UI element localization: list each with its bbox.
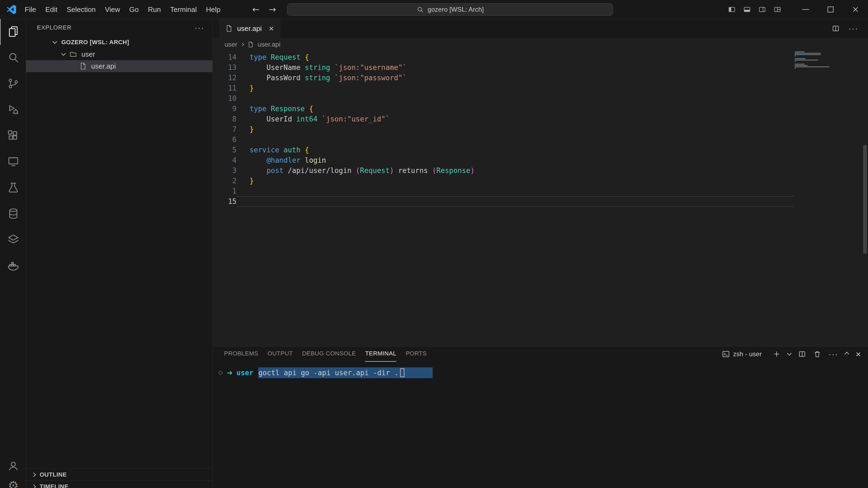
- new-terminal-icon[interactable]: [773, 350, 781, 358]
- menu-edit[interactable]: Edit: [41, 0, 62, 19]
- panel-tab-problems[interactable]: PROBLEMS: [224, 347, 258, 362]
- terminal-dropdown-icon[interactable]: [787, 351, 792, 356]
- breadcrumb[interactable]: user user.api: [213, 38, 868, 51]
- activity-item-database[interactable]: [0, 201, 26, 227]
- split-terminal-icon[interactable]: [798, 350, 806, 358]
- explorer-more-button[interactable]: ···: [194, 25, 204, 30]
- line-content: [237, 186, 794, 196]
- breadcrumb-file[interactable]: user.api: [258, 41, 280, 48]
- editor-more-button[interactable]: ···: [848, 26, 858, 31]
- menu-selection[interactable]: Selection: [62, 0, 100, 19]
- code-editor[interactable]: 14type Request {13 UserName string `json…: [213, 51, 868, 346]
- activity-item-search[interactable]: [0, 45, 26, 71]
- menu-view[interactable]: View: [100, 0, 125, 19]
- timeline-section[interactable]: TIMELINE: [26, 480, 213, 488]
- code-line[interactable]: 15: [213, 196, 868, 206]
- folder-icon: [69, 51, 77, 58]
- activity-item-remote-explorer[interactable]: [0, 149, 26, 175]
- code-line[interactable]: 4 @handler login: [213, 155, 868, 165]
- activity-item-source-control[interactable]: [0, 71, 26, 97]
- line-number: 11: [213, 83, 237, 93]
- file-icon: [79, 62, 87, 70]
- tab-close-icon[interactable]: ×: [269, 24, 274, 33]
- panel-tab-terminal[interactable]: TERMINAL: [365, 347, 396, 362]
- activity-item-testing[interactable]: [0, 175, 26, 201]
- minimap[interactable]: [795, 52, 831, 72]
- menu-help[interactable]: Help: [201, 0, 225, 19]
- command-center-search[interactable]: gozero [WSL: Arch]: [287, 3, 613, 16]
- close-button[interactable]: [843, 0, 868, 19]
- line-number: 3: [213, 165, 237, 176]
- file-userapi-row[interactable]: user.api: [26, 60, 212, 72]
- code-line[interactable]: 14type Request {: [213, 52, 868, 62]
- explorer-title: EXPLORER: [37, 24, 72, 31]
- chevron-right-icon: [241, 43, 244, 46]
- maximize-button[interactable]: [818, 0, 843, 19]
- chevron-right-icon: [31, 472, 36, 477]
- terminal-shell-picker[interactable]: zsh - user: [722, 350, 762, 358]
- code-line[interactable]: 10: [213, 93, 868, 104]
- split-editor-icon[interactable]: [832, 24, 840, 33]
- panel-tab-ports[interactable]: PORTS: [405, 347, 427, 362]
- code-line[interactable]: 8 UserId int64 `json:"user_id"`: [213, 114, 868, 124]
- breadcrumb-folder[interactable]: user: [225, 41, 237, 48]
- customize-layout-icon[interactable]: [774, 6, 781, 13]
- line-number: 13: [213, 62, 237, 73]
- minimap-line: [795, 54, 821, 55]
- close-panel-icon[interactable]: ×: [856, 350, 861, 358]
- command-center-label: gozero [WSL: Arch]: [428, 6, 484, 13]
- code-line[interactable]: 12 PassWord string `json:"password"`: [213, 73, 868, 83]
- code-line[interactable]: 5service auth {: [213, 145, 868, 155]
- code-line[interactable]: 11}: [213, 83, 868, 93]
- panel-more-button[interactable]: ···: [828, 351, 838, 357]
- code-line[interactable]: 1: [213, 186, 868, 196]
- command-decoration-circle-icon[interactable]: [219, 371, 222, 375]
- maximize-panel-icon[interactable]: [845, 352, 849, 357]
- minimize-button[interactable]: [793, 0, 818, 19]
- tab-userapi[interactable]: user.api ×: [219, 19, 280, 38]
- file-icon: [247, 41, 254, 48]
- line-content: post /api/user/login (Request) returns (…: [237, 165, 794, 176]
- panel-tabs: PROBLEMSOUTPUTDEBUG CONSOLETERMINALPORTS: [224, 347, 436, 362]
- chevron-down-icon: [61, 51, 66, 56]
- menu-file[interactable]: File: [20, 0, 41, 19]
- toggle-panel-icon[interactable]: [743, 6, 751, 13]
- activity-item-extensions[interactable]: [0, 123, 26, 149]
- minimap-line: [795, 64, 805, 65]
- timeline-label: TIMELINE: [40, 483, 69, 488]
- menu-terminal[interactable]: Terminal: [165, 0, 201, 19]
- back-button[interactable]: ←: [252, 4, 259, 14]
- code-line[interactable]: 3 post /api/user/login (Request) returns…: [213, 165, 868, 176]
- minimap-line: [795, 53, 821, 54]
- activity-item-docker[interactable]: [0, 253, 26, 279]
- line-number: 15: [213, 196, 237, 206]
- menu-run[interactable]: Run: [143, 0, 165, 19]
- remote-explorer-icon: [7, 155, 20, 169]
- panel-tab-output[interactable]: OUTPUT: [268, 347, 293, 362]
- toggle-primary-sidebar-icon[interactable]: [728, 6, 736, 13]
- code-line[interactable]: 7}: [213, 124, 868, 134]
- line-number: 4: [213, 155, 237, 165]
- activity-item-run-and-debug[interactable]: [0, 97, 26, 123]
- code-line[interactable]: 6: [213, 134, 868, 145]
- code-line[interactable]: 13 UserName string `json:"username"`: [213, 62, 868, 73]
- toggle-secondary-sidebar-icon[interactable]: [758, 6, 766, 13]
- prompt-arrow: ➜: [227, 369, 233, 377]
- kill-terminal-icon[interactable]: [813, 350, 822, 358]
- panel-tab-debug-console[interactable]: DEBUG CONSOLE: [302, 347, 356, 362]
- outline-section[interactable]: OUTLINE: [26, 468, 213, 480]
- terminal[interactable]: ➜ user goctl api go -api user.api -dir .: [213, 362, 868, 488]
- folder-user-row[interactable]: user: [26, 48, 212, 60]
- editor-scrollbar[interactable]: [863, 145, 867, 254]
- workspace-root-row[interactable]: GOZERO [WSL: ARCH]: [26, 36, 212, 48]
- terminal-icon: [722, 350, 730, 358]
- code-line[interactable]: 9type Response {: [213, 104, 868, 114]
- line-content: PassWord string `json:"password"`: [237, 73, 794, 83]
- forward-button[interactable]: →: [269, 4, 276, 14]
- code-line[interactable]: 2}: [213, 176, 868, 186]
- menu-go[interactable]: Go: [125, 0, 144, 19]
- line-content: UserName string `json:"username"`: [237, 62, 794, 73]
- activity-item-explorer[interactable]: [0, 19, 26, 45]
- activity-item-settings[interactable]: ⚙: [0, 472, 26, 488]
- activity-item-layers[interactable]: [0, 227, 26, 253]
